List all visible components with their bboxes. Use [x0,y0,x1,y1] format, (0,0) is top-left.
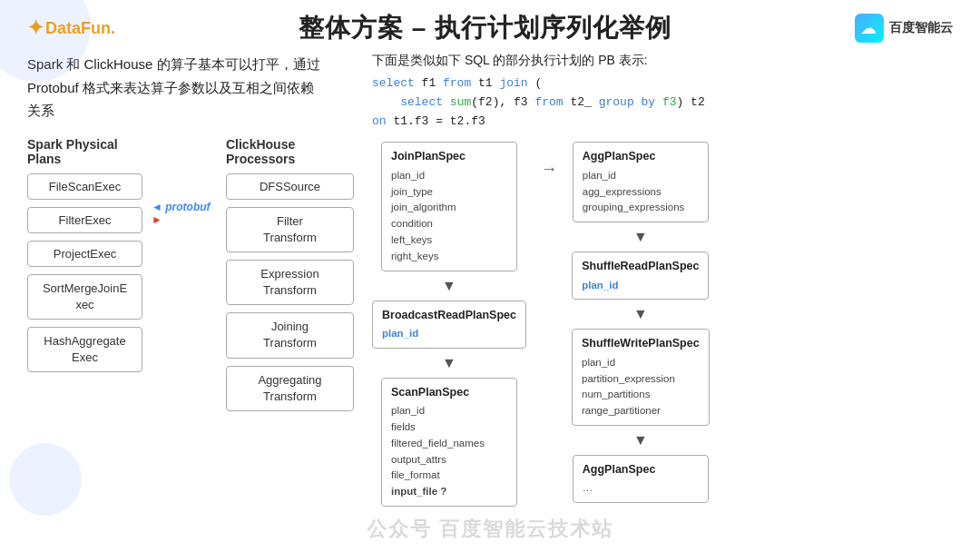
pb-shuffleread-title: ShuffleReadPlanSpec [582,258,699,275]
pb-col-1: JoinPlanSpec plan_id join_type join_algo… [372,142,526,507]
kw-select-1: select [372,76,422,90]
arrow-down-5: ▼ [633,433,648,448]
var-t1: t1 [478,76,499,90]
pb-field-condition: condition [391,216,507,232]
kw-on: on [372,114,393,128]
right-description: 下面是类似如下 SQL 的部分执行计划的 PB 表示: [372,53,953,69]
arrow-down-4: ▼ [633,307,648,321]
pb-agg2-ellipsis: … [583,480,699,497]
var-f1: f1 [422,76,443,90]
arrow-down-3: ▼ [633,230,648,244]
spark-item-projectexec: ProjectExec [27,241,142,267]
pb-field-rightkeys: right_keys [391,249,507,265]
pb-diagram: JoinPlanSpec plan_id join_type join_algo… [372,142,953,507]
baidu-text: 百度智能云 [889,20,953,36]
kw-select-2: select [400,95,450,109]
clickhouse-item-expression-transform: ExpressionTransform [226,260,354,305]
right-panel: 下面是类似如下 SQL 的部分执行计划的 PB 表示: select f1 fr… [372,53,953,541]
pb-shuffleread-planid: plan_id [582,278,699,294]
pb-scan-inputfile: input_file ? [391,484,507,500]
pb-agg1-aggexpressions: agg_expressions [583,184,699,201]
func-sum: sum [450,95,471,109]
pb-box-broadcastreadplanspec: BroadcastReadPlanSpec plan_id [372,301,526,349]
spark-item-filescanexec: FileScanExec [27,173,142,200]
clickhouse-item-filter-transform: FilterTransform [226,207,354,252]
pb-shuffle-partitionexpr: partition_expression [582,371,700,388]
code-line-2: select sum(f2), f3 from t2_ group by f3)… [372,94,953,113]
var-join-cond: t1.f3 = t2.f3 [393,114,485,128]
clickhouse-item-joining-transform: JoiningTransform [226,312,354,358]
pb-agg1-planid: plan_id [583,168,699,184]
header: ✦ DataFun. 整体方案 – 执行计划序列化举例 ☁ 百度智能云 [0,0,980,53]
plans-columns: Spark Physical Plans FileScanExec Filter… [27,137,354,419]
kw-from-1: from [443,76,478,90]
pb-field-leftkeys: left_keys [391,232,507,249]
pb-scanplanspec-title: ScanPlanSpec [391,384,507,401]
pb-box-shufflewriteplanspec: ShuffleWritePlanSpec plan_id partition_e… [572,329,710,426]
arrow-down-1: ▼ [442,279,456,293]
var-f3: f3 [662,95,677,109]
pb-broadcastread-title: BroadcastReadPlanSpec [382,307,516,324]
code-line-1: select f1 from t1 join ( [372,74,953,94]
var-f2: (f2), f3 [471,95,534,109]
pb-box-aggplanspec1: AggPlanSpec plan_id agg_expressions grou… [573,142,709,222]
left-description: Spark 和 ClickHouse 的算子基本可以打平，通过 Protobuf… [27,53,354,123]
pb-aggplanspec2-title: AggPlanSpec [583,461,699,478]
main-content: Spark 和 ClickHouse 的算子基本可以打平，通过 Protobuf… [0,53,980,541]
var-t2-alias: ) t2 [677,95,705,109]
pb-shuffle-rangepartitioner: range_partitioner [582,403,700,419]
protobuf-logo: ◄ protobuf ► [152,201,217,226]
pb-shuffle-numpartitions: num_partitions [582,387,700,403]
clickhouse-column: ClickHouse Processors DFSSource FilterTr… [226,137,354,419]
pb-broadcastread-planid: plan_id [382,326,516,342]
arrow-down-2: ▼ [442,356,456,370]
spark-item-filterexec: FilterExec [27,207,142,233]
baidu-cloud-icon: ☁ [855,14,884,43]
pb-agg1-groupingexpressions: grouping_expressions [583,200,699,216]
paren-open: ( [534,76,542,90]
pb-box-joinplanspec: JoinPlanSpec plan_id join_type join_algo… [381,142,517,271]
spark-item-hashaggregateexec: HashAggregateExec [27,327,142,372]
arrow-right-connector: → [541,142,557,507]
datafun-dot: ✦ [27,16,44,40]
pb-scan-outputattrs: output_attrs [391,452,507,468]
pb-box-aggplanspec2: AggPlanSpec … [573,455,709,503]
pb-scan-fileformat: file_format [391,468,507,484]
page-title: 整体方案 – 执行计划序列化举例 [299,11,671,45]
pb-box-shufflereadplanspec: ShuffleReadPlanSpec plan_id [572,251,709,300]
svg-text:☁: ☁ [860,19,877,37]
pb-col-2: AggPlanSpec plan_id agg_expressions grou… [572,142,710,507]
left-panel: Spark 和 ClickHouse 的算子基本可以打平，通过 Protobuf… [27,53,354,541]
spark-col-title: Spark Physical Plans [27,137,142,166]
arrow-right-icon: → [541,160,557,179]
clickhouse-item-aggregating-transform: AggregatingTransform [226,366,354,411]
pb-field-jointype: join_type [391,184,507,201]
pb-field-joinalgorithm: join_algorithm [391,200,507,216]
pb-shufflewrite-title: ShuffleWritePlanSpec [582,335,700,352]
pb-aggplanspec1-title: AggPlanSpec [583,148,699,165]
spark-column: Spark Physical Plans FileScanExec Filter… [27,137,142,380]
pb-box-scanplanspec: ScanPlanSpec plan_id fields filtered_fie… [381,378,517,507]
datafun-text: DataFun. [45,19,115,38]
pb-field-planid: plan_id [391,168,507,184]
pb-scan-planid: plan_id [391,403,507,419]
baidu-logo: ☁ 百度智能云 [855,14,953,43]
protobuf-connector: ◄ protobuf ► [152,137,217,226]
datafun-logo: ✦ DataFun. [27,16,115,40]
code-line-3: on t1.f3 = t2.f3 [372,113,953,132]
pb-joinplanspec-title: JoinPlanSpec [391,148,507,165]
kw-groupby: group by [599,95,662,109]
var-t2: t2_ [570,95,598,109]
kw-join: join [499,76,534,90]
pb-scan-fields: fields [391,419,507,436]
pb-shuffle-planid: plan_id [582,355,700,371]
clickhouse-col-title: ClickHouse Processors [226,137,354,166]
sql-code-block: select f1 from t1 join ( select sum(f2),… [372,74,953,131]
pb-scan-filteredfieldnames: filtered_field_names [391,436,507,452]
kw-from-2: from [534,95,570,109]
clickhouse-item-dfssource: DFSSource [226,173,354,200]
spark-item-sortmergejoinexec: SortMergeJoinExec [27,274,142,320]
